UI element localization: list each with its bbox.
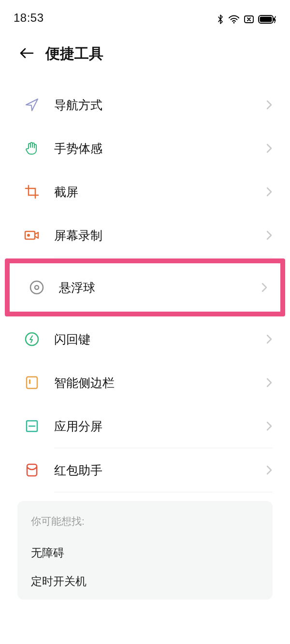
suggestion-box: 你可能想找: 无障碍 定时开关机 xyxy=(17,501,273,600)
battery-icon xyxy=(258,14,276,24)
split-screen-icon xyxy=(23,417,41,435)
svg-point-6 xyxy=(27,234,30,237)
hand-icon xyxy=(23,140,41,157)
nav-arrow-icon xyxy=(23,96,41,114)
chevron-right-icon xyxy=(266,377,273,388)
chevron-right-icon xyxy=(261,282,268,293)
status-bar: 18:53 xyxy=(0,0,290,27)
x-box-icon xyxy=(244,14,254,24)
svg-point-8 xyxy=(35,286,39,289)
sidebar-icon xyxy=(23,374,41,391)
row-label: 悬浮球 xyxy=(59,280,261,296)
suggestion-heading: 你可能想找: xyxy=(31,515,259,528)
status-icons xyxy=(217,14,276,25)
row-gesture[interactable]: 手势体感 xyxy=(0,127,290,170)
svg-point-0 xyxy=(233,22,235,24)
chevron-right-icon xyxy=(266,230,273,241)
wifi-icon xyxy=(228,14,240,24)
chevron-right-icon xyxy=(266,143,273,154)
status-time: 18:53 xyxy=(14,11,44,25)
row-label: 红包助手 xyxy=(54,462,266,478)
row-label: 应用分屏 xyxy=(54,418,266,434)
row-nav-mode[interactable]: 导航方式 xyxy=(0,83,290,127)
chevron-right-icon xyxy=(266,421,273,431)
row-screen-record[interactable]: 屏幕录制 xyxy=(0,214,290,257)
svg-rect-10 xyxy=(27,377,37,388)
svg-rect-11 xyxy=(29,379,30,384)
divider xyxy=(54,257,273,258)
row-label: 手势体感 xyxy=(54,141,266,157)
crop-icon xyxy=(23,183,41,200)
chevron-right-icon xyxy=(266,334,273,344)
suggestion-item[interactable]: 定时开关机 xyxy=(31,567,259,596)
chevron-right-icon xyxy=(266,186,273,197)
highlight-box: 悬浮球 xyxy=(5,258,285,316)
row-flashback[interactable]: 闪回键 xyxy=(0,317,290,361)
divider xyxy=(54,492,273,492)
row-label: 闪回键 xyxy=(54,331,266,347)
row-label: 智能侧边栏 xyxy=(54,375,266,391)
float-ball-icon xyxy=(28,279,45,296)
back-icon[interactable] xyxy=(19,47,34,61)
row-smart-sidebar[interactable]: 智能侧边栏 xyxy=(0,361,290,404)
svg-rect-3 xyxy=(260,17,272,22)
chevron-right-icon xyxy=(266,465,273,475)
page-header: 便捷工具 xyxy=(0,27,290,69)
page-title: 便捷工具 xyxy=(45,44,103,64)
settings-list: 导航方式 手势体感 截屏 屏幕录制 悬浮球 xyxy=(0,83,290,492)
bluetooth-icon xyxy=(217,14,224,25)
video-record-icon xyxy=(23,227,41,244)
chevron-right-icon xyxy=(266,100,273,110)
row-label: 屏幕录制 xyxy=(54,228,266,243)
svg-point-7 xyxy=(30,281,43,294)
suggestion-item[interactable]: 无障碍 xyxy=(31,539,259,567)
row-screenshot[interactable]: 截屏 xyxy=(0,170,290,214)
row-split-screen[interactable]: 应用分屏 xyxy=(0,404,290,448)
redpacket-icon xyxy=(23,461,41,479)
row-label: 导航方式 xyxy=(54,97,266,113)
flashback-icon xyxy=(23,330,41,348)
row-label: 截屏 xyxy=(54,184,266,200)
row-redpacket[interactable]: 红包助手 xyxy=(0,448,290,492)
row-float-ball[interactable]: 悬浮球 xyxy=(10,263,280,312)
